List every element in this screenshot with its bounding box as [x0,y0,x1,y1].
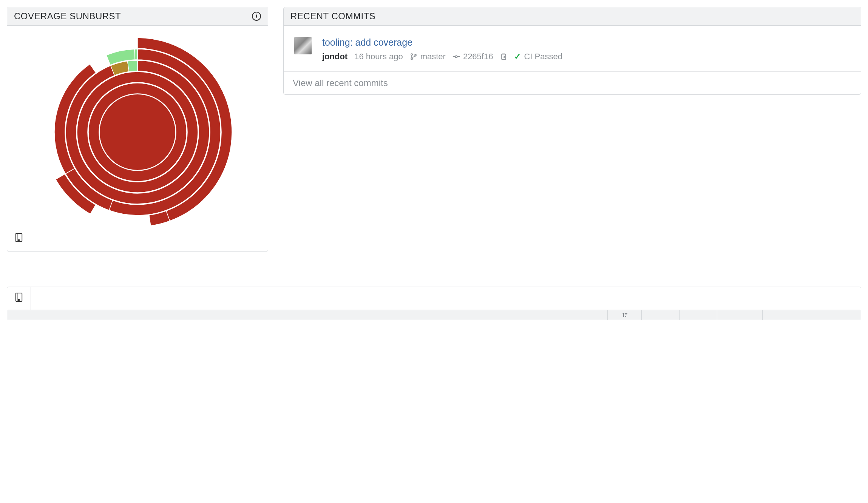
recent-commits-header: RECENT COMMITS [284,7,861,26]
commit-sha[interactable]: 2265f16 [453,52,493,62]
repo-icon[interactable] [15,233,260,245]
coverage-sunburst-card: COVERAGE SUNBURST i [7,7,268,252]
repo-icon [15,292,23,304]
commit-row: tooling: add coverage jondot 16 hours ag… [284,26,861,72]
info-icon[interactable]: i [252,12,261,21]
copy-sha-button[interactable] [500,53,507,60]
svg-rect-13 [18,299,20,301]
branch-icon [410,53,417,60]
avatar[interactable] [294,37,312,54]
commit-age: 16 hours ago [354,52,403,62]
coverage-sunburst-title: COVERAGE SUNBURST [14,11,121,22]
commit-message-link[interactable]: tooling: add coverage [322,37,850,48]
commit-sha-text: 2265f16 [463,52,493,62]
files-col-5[interactable] [763,310,861,320]
svg-rect-3 [18,240,20,242]
clipboard-icon [500,53,507,60]
files-col-name[interactable] [7,310,608,320]
tab-files[interactable] [7,287,31,310]
files-col-2[interactable] [642,310,680,320]
recent-commits-card: RECENT COMMITS tooling: add coverage jon… [283,7,861,95]
commit-meta: jondot 16 hours ago master 2265f16 ✓ [322,52,850,62]
commit-branch-name: master [420,52,446,62]
svg-point-7 [455,56,457,57]
files-col-4[interactable] [717,310,763,320]
ci-status-text: CI Passed [524,52,562,62]
files-col-3[interactable] [680,310,717,320]
commit-author: jondot [322,52,348,62]
coverage-sunburst-body [7,26,268,252]
coverage-sunburst-chart[interactable] [15,34,260,230]
recent-commits-title: RECENT COMMITS [290,11,375,22]
sort-icon [621,312,628,318]
svg-point-4 [411,54,412,55]
svg-point-0 [100,94,175,170]
commit-icon [453,53,460,60]
ci-status: ✓ CI Passed [514,52,562,62]
files-table-header-row [7,310,861,320]
svg-point-6 [415,54,416,56]
view-all-commits-link[interactable]: View all recent commits [284,72,861,94]
svg-point-5 [411,58,412,60]
coverage-sunburst-header: COVERAGE SUNBURST i [7,7,268,26]
files-col-sort[interactable] [608,310,642,320]
files-table-tabbar [7,287,861,310]
check-icon: ✓ [514,52,521,62]
files-table-card [7,287,861,320]
commit-branch[interactable]: master [410,52,446,62]
